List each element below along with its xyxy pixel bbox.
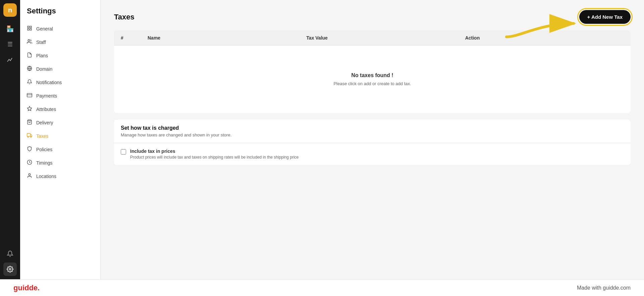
svg-point-13 xyxy=(28,136,29,137)
add-new-tax-button[interactable]: + Add New Tax xyxy=(579,10,631,24)
bell-icon[interactable] xyxy=(3,247,17,260)
col-number: # xyxy=(121,35,148,41)
sidebar-item-delivery[interactable]: Delivery xyxy=(20,116,100,129)
sidebar-item-notifications[interactable]: Notifications xyxy=(20,76,100,89)
svg-marker-10 xyxy=(27,106,32,111)
svg-rect-1 xyxy=(28,26,29,28)
payments-icon xyxy=(27,93,32,99)
svg-rect-12 xyxy=(27,133,31,136)
locations-icon xyxy=(27,173,32,180)
taxes-icon xyxy=(27,133,32,139)
notifications-icon xyxy=(27,79,32,86)
delivery-icon xyxy=(27,119,32,126)
svg-rect-3 xyxy=(28,28,29,30)
plans-icon xyxy=(27,52,32,59)
include-tax-label: Include tax in prices xyxy=(130,149,299,154)
svg-rect-4 xyxy=(30,28,32,30)
svg-rect-8 xyxy=(27,94,32,97)
page-title: Taxes xyxy=(114,13,135,21)
attributes-icon xyxy=(27,106,32,113)
main-content: Taxes + Add New Tax # Name Tax Value Act… xyxy=(101,0,644,279)
sidebar-item-plans[interactable]: Plans xyxy=(20,49,100,62)
sidebar-item-timings[interactable]: Timings xyxy=(20,156,100,170)
sidebar-item-locations[interactable]: Locations xyxy=(20,170,100,183)
settings-icon[interactable] xyxy=(3,262,17,276)
tax-settings-title: Set how tax is charged xyxy=(121,125,624,131)
sidebar-item-notifications-label: Notifications xyxy=(36,80,62,85)
sidebar-item-domain-label: Domain xyxy=(36,66,52,72)
sidebar-item-locations-label: Locations xyxy=(36,174,56,179)
table-empty-state: No taxes found ! Please click on add or … xyxy=(114,46,631,113)
svg-point-16 xyxy=(29,174,30,175)
sidebar-item-domain[interactable]: Domain xyxy=(20,62,100,76)
chart-icon[interactable] xyxy=(3,53,17,66)
taxes-table: # Name Tax Value Action No taxes found !… xyxy=(114,31,631,113)
sidebar-item-general[interactable]: General xyxy=(20,22,100,36)
sidebar-item-attributes-label: Attributes xyxy=(36,107,56,112)
sidebar-item-plans-label: Plans xyxy=(36,53,48,58)
sidebar-item-staff-label: Staff xyxy=(36,40,46,45)
sidebar-item-delivery-label: Delivery xyxy=(36,120,53,125)
store-icon[interactable]: 🏪 xyxy=(3,22,17,36)
col-action: Action xyxy=(465,35,624,41)
guidde-logo: guidde. xyxy=(13,284,40,292)
empty-state-title: No taxes found ! xyxy=(121,72,624,78)
staff-icon xyxy=(27,39,32,46)
taxes-header: Taxes + Add New Tax xyxy=(114,10,631,24)
svg-rect-2 xyxy=(30,26,32,28)
guidde-made-with: Made with guidde.com xyxy=(577,285,631,291)
include-tax-option: Include tax in prices Product prices wil… xyxy=(114,143,631,165)
empty-state-subtitle: Please click on add or create to add tax… xyxy=(121,81,624,86)
timings-icon xyxy=(27,160,32,166)
sidebar-item-policies[interactable]: Policies xyxy=(20,143,100,156)
sidebar-item-payments-label: Payments xyxy=(36,93,57,99)
col-name: Name xyxy=(148,35,306,41)
sidebar-item-taxes[interactable]: Taxes xyxy=(20,129,100,143)
sidebar-item-payments[interactable]: Payments xyxy=(20,89,100,103)
policies-icon xyxy=(27,146,32,153)
tax-settings-header: Set how tax is charged Manage how taxes … xyxy=(114,120,631,143)
domain-icon xyxy=(27,66,32,72)
table-header: # Name Tax Value Action xyxy=(114,31,631,46)
sidebar-item-general-label: General xyxy=(36,26,53,32)
orders-icon[interactable]: ☰ xyxy=(3,38,17,51)
col-tax-value: Tax Value xyxy=(306,35,465,41)
include-tax-desc: Product prices will include tax and taxe… xyxy=(130,155,299,160)
guidde-footer: guidde. Made with guidde.com xyxy=(0,279,644,296)
svg-point-0 xyxy=(9,269,11,270)
sidebar-item-taxes-label: Taxes xyxy=(36,133,49,139)
svg-point-14 xyxy=(31,136,32,137)
tax-settings-subtitle: Manage how taxes are changed and shown i… xyxy=(121,132,624,137)
include-tax-checkbox[interactable] xyxy=(121,149,126,155)
sidebar-item-timings-label: Timings xyxy=(36,160,53,166)
sidebar-title: Settings xyxy=(20,7,100,22)
sidebar-item-staff[interactable]: Staff xyxy=(20,36,100,49)
sidebar: Settings General Staff Plans Domain xyxy=(20,0,101,279)
sidebar-item-policies-label: Policies xyxy=(36,147,52,152)
app-logo[interactable]: n xyxy=(3,3,17,17)
tax-settings-section: Set how tax is charged Manage how taxes … xyxy=(114,120,631,165)
general-icon xyxy=(27,25,32,32)
svg-point-5 xyxy=(28,40,30,41)
icon-bar: n 🏪 ☰ xyxy=(0,0,20,279)
sidebar-item-attributes[interactable]: Attributes xyxy=(20,103,100,116)
